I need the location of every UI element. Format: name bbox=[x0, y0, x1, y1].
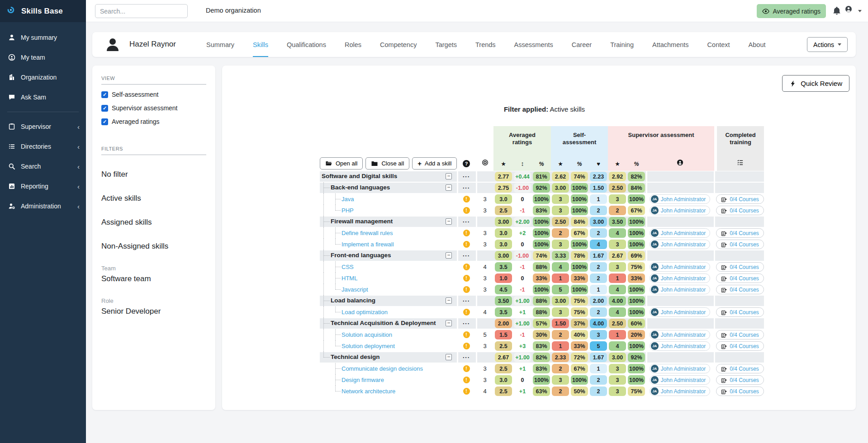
courses-pill[interactable]: 0/4 Courses bbox=[716, 307, 764, 317]
sidebar-item-administration[interactable]: Administration ‹ bbox=[0, 196, 86, 216]
tab-summary[interactable]: Summary bbox=[206, 32, 234, 57]
assessor-pill[interactable]: JA John Administrator bbox=[650, 386, 710, 396]
warning-icon[interactable]: ! bbox=[463, 207, 470, 214]
skill-name-link[interactable]: Java bbox=[342, 196, 354, 203]
filter-link-assigned-skills[interactable]: Assigned skills bbox=[101, 218, 206, 227]
assessor-pill[interactable]: JA John Administrator bbox=[650, 341, 710, 351]
actions-button[interactable]: Actions bbox=[807, 37, 848, 52]
help-icon[interactable]: ? bbox=[463, 160, 470, 167]
sidebar-item-search[interactable]: Search ‹ bbox=[0, 156, 86, 176]
averaged-ratings-badge[interactable]: Averaged ratings bbox=[757, 4, 826, 18]
skill-name-link[interactable]: Javascript bbox=[342, 286, 368, 293]
checkbox-self-assessment[interactable]: ✓ Self-assessment bbox=[101, 91, 206, 98]
user-menu[interactable] bbox=[845, 5, 862, 16]
skill-category-name[interactable]: Technical design bbox=[331, 353, 380, 360]
sidebar-item-supervisor[interactable]: Supervisor ‹ bbox=[0, 117, 86, 137]
skill-category-name[interactable]: Front-end languages bbox=[331, 252, 391, 259]
skill-name-link[interactable]: Implement a firewall bbox=[342, 241, 394, 248]
tab-roles[interactable]: Roles bbox=[345, 32, 361, 57]
collapse-minus-icon[interactable]: − bbox=[446, 297, 452, 304]
collapse-minus-icon[interactable]: − bbox=[446, 184, 452, 191]
assessor-pill[interactable]: JA John Administrator bbox=[650, 262, 710, 272]
courses-pill[interactable]: 0/4 Courses bbox=[716, 262, 764, 272]
sidebar-item-ask-sam[interactable]: Ask Sam bbox=[0, 87, 86, 107]
assessor-pill[interactable]: JA John Administrator bbox=[650, 375, 710, 385]
tab-trends[interactable]: Trends bbox=[475, 32, 496, 57]
filter-link-no-filter[interactable]: No filter bbox=[101, 170, 206, 179]
row-menu-icon[interactable]: ··· bbox=[463, 173, 470, 180]
assessor-pill[interactable]: JA John Administrator bbox=[650, 330, 710, 339]
tab-targets[interactable]: Targets bbox=[435, 32, 457, 57]
checkbox-supervisor-assessment[interactable]: ✓ Supervisor assessment bbox=[101, 104, 206, 112]
quick-review-button[interactable]: Quick Review bbox=[782, 75, 849, 92]
skill-name-link[interactable]: PHP bbox=[342, 207, 354, 214]
courses-pill[interactable]: 0/4 Courses bbox=[716, 273, 764, 283]
assessor-pill[interactable]: JA John Administrator bbox=[650, 194, 710, 204]
warning-icon[interactable]: ! bbox=[463, 309, 470, 316]
courses-pill[interactable]: 0/4 Courses bbox=[716, 341, 764, 351]
courses-pill[interactable]: 0/4 Courses bbox=[716, 386, 764, 396]
tab-qualifications[interactable]: Qualifications bbox=[287, 32, 326, 57]
skill-category-name[interactable]: Firewall management bbox=[331, 218, 393, 225]
skill-category-name[interactable]: Software and Digital skills bbox=[322, 173, 397, 179]
courses-pill[interactable]: 0/4 Courses bbox=[716, 375, 764, 385]
collapse-minus-icon[interactable]: − bbox=[446, 320, 452, 326]
sidebar-item-organization[interactable]: Organization bbox=[0, 67, 86, 87]
skill-name-link[interactable]: Define firewall rules bbox=[342, 230, 393, 236]
assessor-pill[interactable]: JA John Administrator bbox=[650, 228, 710, 238]
skill-name-link[interactable]: CSS bbox=[342, 264, 354, 270]
skill-name-link[interactable]: Network architecture bbox=[342, 388, 395, 395]
warning-icon[interactable]: ! bbox=[463, 388, 470, 395]
sidebar-item-my-team[interactable]: My team bbox=[0, 47, 86, 67]
checkbox-averaged-ratings[interactable]: ✓ Averaged ratings bbox=[101, 118, 206, 125]
skill-category-name[interactable]: Load balancing bbox=[331, 297, 375, 304]
role-filter-value[interactable]: Senior Developer bbox=[101, 307, 206, 316]
assessor-pill[interactable]: JA John Administrator bbox=[650, 307, 710, 317]
sidebar-item-my-summary[interactable]: My summary bbox=[0, 28, 86, 47]
skill-category-name[interactable]: Back-end languages bbox=[331, 184, 390, 191]
skill-category-name[interactable]: Technical Acquisition & Deployment bbox=[331, 320, 436, 326]
collapse-minus-icon[interactable]: − bbox=[446, 252, 452, 259]
courses-pill[interactable]: 0/4 Courses bbox=[716, 228, 764, 238]
skill-name-link[interactable]: HTML bbox=[342, 275, 357, 282]
courses-pill[interactable]: 0/4 Courses bbox=[716, 285, 764, 294]
add-a-skill-button[interactable]: +Add a skill bbox=[412, 157, 457, 170]
sidebar-item-reporting[interactable]: Reporting ‹ bbox=[0, 176, 86, 196]
skill-name-link[interactable]: Solution deployment bbox=[342, 343, 395, 349]
assessor-pill[interactable]: JA John Administrator bbox=[650, 206, 710, 215]
tab-training[interactable]: Training bbox=[610, 32, 634, 57]
assessor-pill[interactable]: JA John Administrator bbox=[650, 273, 710, 283]
courses-pill[interactable]: 0/4 Courses bbox=[716, 330, 764, 339]
warning-icon[interactable]: ! bbox=[463, 377, 470, 383]
collapse-minus-icon[interactable]: − bbox=[446, 354, 452, 360]
warning-icon[interactable]: ! bbox=[463, 241, 470, 248]
tab-skills[interactable]: Skills bbox=[253, 32, 268, 57]
row-menu-icon[interactable]: ··· bbox=[463, 218, 470, 225]
assessor-pill[interactable]: JA John Administrator bbox=[650, 364, 710, 373]
warning-icon[interactable]: ! bbox=[463, 365, 470, 372]
open-all-button[interactable]: Open all bbox=[320, 157, 363, 170]
row-menu-icon[interactable]: ··· bbox=[463, 354, 470, 361]
row-menu-icon[interactable]: ··· bbox=[463, 297, 470, 304]
tab-assessments[interactable]: Assessments bbox=[514, 32, 553, 57]
notifications-bell-icon[interactable] bbox=[832, 6, 842, 16]
warning-icon[interactable]: ! bbox=[463, 264, 470, 270]
tab-about[interactable]: About bbox=[749, 32, 766, 57]
warning-icon[interactable]: ! bbox=[463, 343, 470, 349]
collapse-minus-icon[interactable]: − bbox=[446, 173, 452, 179]
search-input[interactable] bbox=[95, 4, 188, 18]
logo-strip[interactable]: Skills Base bbox=[0, 0, 86, 22]
warning-icon[interactable]: ! bbox=[463, 230, 470, 236]
courses-pill[interactable]: 0/4 Courses bbox=[716, 240, 764, 249]
courses-pill[interactable]: 0/4 Courses bbox=[716, 194, 764, 204]
sidebar-item-directories[interactable]: Directories ‹ bbox=[0, 137, 86, 156]
collapse-minus-icon[interactable]: − bbox=[446, 218, 452, 225]
tab-attachments[interactable]: Attachments bbox=[652, 32, 689, 57]
skill-name-link[interactable]: Design firmware bbox=[342, 377, 384, 383]
assessor-pill[interactable]: JA John Administrator bbox=[650, 285, 710, 294]
row-menu-icon[interactable]: ··· bbox=[463, 320, 470, 327]
courses-pill[interactable]: 0/4 Courses bbox=[716, 206, 764, 215]
filter-link-non-assigned-skills[interactable]: Non-Assigned skills bbox=[101, 242, 206, 251]
row-menu-icon[interactable]: ··· bbox=[463, 184, 470, 191]
courses-pill[interactable]: 0/4 Courses bbox=[716, 364, 764, 373]
